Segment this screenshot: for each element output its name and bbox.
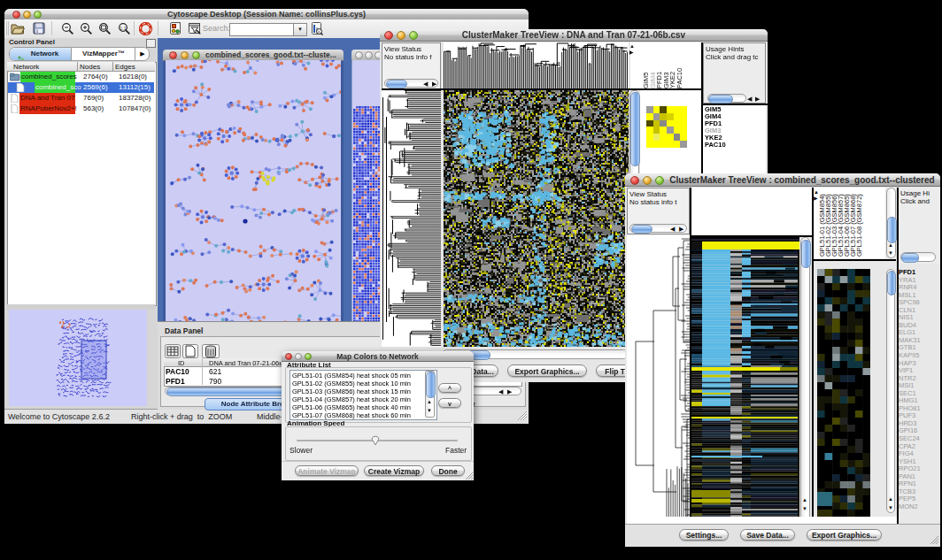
svg-text:1:1: 1:1 [120, 26, 127, 31]
